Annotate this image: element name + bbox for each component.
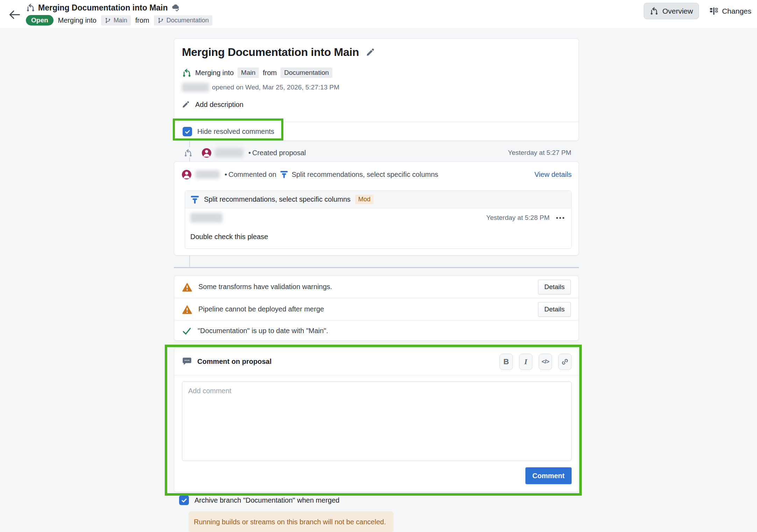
back-button[interactable] bbox=[7, 8, 22, 22]
pencil-icon bbox=[366, 48, 375, 57]
comment-submit-button[interactable]: Comment bbox=[525, 467, 572, 484]
archive-branch-checkbox[interactable] bbox=[179, 495, 189, 505]
comment-thread-card: Split recommendations, select specific c… bbox=[185, 190, 572, 249]
target-branch-name: Main bbox=[114, 17, 127, 24]
source-branch-name: Documentation bbox=[284, 69, 329, 77]
comment-bubble-icon bbox=[182, 357, 192, 366]
view-tabs: Overview Changes bbox=[644, 3, 757, 19]
target-branch-tag[interactable]: Main bbox=[238, 67, 259, 78]
from-label: from bbox=[263, 69, 277, 77]
warning-callout-text: Running builds or streams on this branch… bbox=[194, 518, 386, 526]
top-bar: Merging Documentation into Main Open Mer… bbox=[0, 0, 757, 28]
proposal-meta-row: Open Merging into Main from Documentatio… bbox=[26, 15, 212, 26]
warning-icon bbox=[182, 282, 192, 292]
comment-event-card: • Commented on Split recommendations, se… bbox=[174, 161, 579, 256]
comment-composer-card: Comment on proposal B I </> Comment bbox=[174, 348, 579, 492]
branch-icon bbox=[105, 17, 111, 24]
merge-proposal-page: Merging Documentation into Main Open Mer… bbox=[0, 0, 757, 532]
target-branch-name: Main bbox=[241, 69, 255, 77]
hide-resolved-checkbox[interactable] bbox=[183, 127, 192, 136]
more-options-button[interactable] bbox=[555, 216, 566, 220]
comment-timestamp: Yesterday at 5:28 PM bbox=[486, 214, 550, 222]
merging-into-label: Merging into bbox=[58, 16, 97, 24]
comment-text: Double check this please bbox=[190, 233, 268, 241]
merging-into-label: Merging into bbox=[195, 69, 234, 77]
redacted-username bbox=[190, 213, 222, 223]
formatting-toolbar: B I </> bbox=[500, 354, 572, 370]
merge-icon-green bbox=[182, 68, 191, 78]
opened-timestamp: opened on Wed, Mar 25, 2026, 5:27:13 PM bbox=[212, 84, 339, 91]
redacted-username bbox=[195, 170, 220, 179]
divider bbox=[174, 122, 579, 122]
event-action: Commented on bbox=[228, 171, 276, 179]
archive-branch-label: Archive branch "Documentation" when merg… bbox=[194, 496, 339, 504]
target-branch-tag[interactable]: Main bbox=[101, 15, 131, 26]
check-text: "Documentation" is up to date with "Main… bbox=[198, 327, 328, 335]
branch-icon bbox=[157, 17, 164, 24]
avatar bbox=[182, 170, 191, 179]
details-button[interactable]: Details bbox=[538, 280, 571, 294]
tab-overview-label: Overview bbox=[662, 7, 693, 15]
opened-row: opened on Wed, Mar 25, 2026, 5:27:13 PM bbox=[182, 83, 339, 92]
proposal-card: Merging Documentation into Main Merging … bbox=[174, 38, 579, 141]
bold-button[interactable]: B bbox=[500, 354, 513, 370]
thread-comment: Yesterday at 5:28 PM Double check this p… bbox=[185, 208, 571, 249]
proposal-checks-status-icon bbox=[171, 3, 180, 12]
comment-input[interactable] bbox=[182, 381, 572, 461]
source-branch-tag[interactable]: Documentation bbox=[281, 67, 332, 78]
timeline-event-created: • Created proposal Yesterday at 5:27 PM bbox=[182, 145, 571, 160]
event-action: Created proposal bbox=[252, 149, 306, 157]
transform-icon bbox=[280, 170, 288, 179]
avatar bbox=[202, 148, 211, 158]
check-row-warning-1: Some transforms have validation warnings… bbox=[174, 276, 579, 298]
bullet: • bbox=[248, 149, 251, 157]
thread-title: Split recommendations, select specific c… bbox=[204, 195, 351, 203]
add-description-label: Add description bbox=[195, 101, 243, 109]
transform-icon bbox=[190, 195, 199, 204]
section-divider bbox=[174, 267, 579, 268]
from-label: from bbox=[135, 16, 149, 24]
proposal-branches-row: Merging into Main from Documentation bbox=[182, 67, 332, 78]
merge-checks-card: Some transforms have validation warnings… bbox=[174, 275, 579, 341]
back-arrow-icon bbox=[8, 9, 21, 20]
success-check-icon bbox=[182, 326, 192, 336]
source-branch-tag[interactable]: Documentation bbox=[154, 15, 212, 26]
view-details-link[interactable]: View details bbox=[535, 171, 572, 179]
italic-button[interactable]: I bbox=[519, 354, 532, 370]
warning-callout: Running builds or streams on this branch… bbox=[189, 511, 394, 532]
mod-badge: Mod bbox=[355, 195, 374, 204]
window-title: Merging Documentation into Main bbox=[38, 3, 168, 13]
thread-header: Split recommendations, select specific c… bbox=[185, 191, 571, 208]
tab-overview[interactable]: Overview bbox=[644, 3, 699, 19]
redacted-username bbox=[215, 148, 243, 157]
event-timestamp: Yesterday at 5:27 PM bbox=[508, 149, 571, 157]
merge-icon-gray bbox=[184, 149, 192, 157]
redacted-username bbox=[182, 83, 209, 92]
proposal-title: Merging Documentation into Main bbox=[182, 46, 359, 59]
pencil-icon bbox=[182, 101, 190, 108]
check-text: Some transforms have validation warnings… bbox=[198, 283, 332, 291]
edit-title-button[interactable] bbox=[366, 48, 375, 57]
link-icon bbox=[561, 358, 569, 366]
details-button[interactable]: Details bbox=[538, 302, 571, 317]
merge-icon bbox=[26, 3, 35, 12]
warning-icon bbox=[182, 304, 192, 314]
add-description-button[interactable]: Add description bbox=[182, 98, 243, 112]
comment-section-title: Comment on proposal bbox=[197, 358, 271, 366]
merge-icon bbox=[650, 7, 658, 15]
check-row-warning-2: Pipeline cannot be deployed after merge … bbox=[174, 298, 579, 321]
code-button[interactable]: </> bbox=[539, 354, 552, 370]
diff-icon bbox=[709, 7, 718, 15]
check-icon bbox=[184, 129, 191, 135]
bullet: • bbox=[225, 171, 227, 179]
event-target: Split recommendations, select specific c… bbox=[292, 171, 438, 179]
check-row-success: "Documentation" is up to date with "Main… bbox=[174, 321, 579, 341]
link-button[interactable] bbox=[558, 354, 572, 370]
tab-changes-label: Changes bbox=[722, 7, 751, 15]
status-badge: Open bbox=[26, 15, 54, 26]
check-icon bbox=[181, 497, 188, 504]
archive-option-row: Archive branch "Documentation" when merg… bbox=[179, 495, 339, 505]
tab-changes[interactable]: Changes bbox=[704, 3, 757, 19]
source-branch-name: Documentation bbox=[167, 17, 209, 24]
check-text: Pipeline cannot be deployed after merge bbox=[198, 305, 324, 313]
